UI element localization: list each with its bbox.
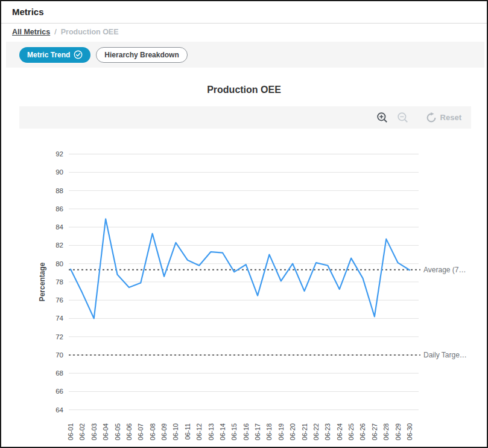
x-tick-label: 06-23 bbox=[324, 423, 331, 440]
trend-line-series bbox=[71, 219, 410, 319]
y-tick-label: 76 bbox=[55, 296, 63, 304]
breadcrumb: All Metrics / Production OEE bbox=[12, 27, 119, 37]
tab-metric-trend[interactable]: Metric Trend bbox=[19, 47, 90, 63]
y-tick-label: 92 bbox=[55, 150, 63, 158]
y-tick-label: 64 bbox=[55, 406, 63, 414]
x-tick-label: 06-19 bbox=[277, 423, 285, 440]
x-tick-label: 06-17 bbox=[254, 423, 261, 440]
x-tick-label: 06-21 bbox=[301, 423, 308, 440]
x-tick-label: 06-16 bbox=[242, 423, 250, 440]
reset-icon bbox=[425, 112, 437, 124]
chart-toolbar: Reset bbox=[19, 106, 471, 129]
x-tick-label: 06-18 bbox=[265, 423, 273, 440]
x-tick-label: 06-14 bbox=[219, 423, 226, 440]
x-tick-label: 06-02 bbox=[78, 423, 86, 440]
reset-button[interactable]: Reset bbox=[425, 112, 461, 124]
x-tick-label: 06-13 bbox=[208, 423, 215, 440]
x-tick-label: 06-22 bbox=[312, 423, 320, 440]
chart-title: Production OEE bbox=[1, 85, 487, 95]
view-toggle-bar: Metric Trend Hierarchy Breakdown bbox=[6, 42, 484, 68]
y-tick-label: 74 bbox=[55, 315, 63, 322]
x-tick-label: 06-11 bbox=[184, 423, 191, 440]
x-tick-label: 06-08 bbox=[149, 423, 156, 440]
breadcrumb-current: Production OEE bbox=[61, 28, 119, 36]
reference-line-label: Average (7… bbox=[423, 266, 466, 274]
x-tick-label: 06-27 bbox=[371, 423, 378, 440]
y-tick-label: 68 bbox=[55, 370, 63, 377]
y-tick-label: 72 bbox=[55, 333, 63, 341]
tab-hierarchy-breakdown[interactable]: Hierarchy Breakdown bbox=[96, 47, 187, 63]
y-tick-label: 66 bbox=[55, 388, 63, 395]
x-tick-label: 06-05 bbox=[114, 423, 121, 440]
x-tick-label: 06-07 bbox=[137, 423, 144, 440]
x-tick-label: 06-15 bbox=[230, 423, 238, 440]
x-tick-label: 06-04 bbox=[102, 423, 109, 440]
trend-chart-svg[interactable]: 646668707274767880828486889092Percentage… bbox=[1, 137, 488, 448]
zoom-in-icon[interactable] bbox=[376, 111, 388, 124]
y-axis-title: Percentage bbox=[38, 262, 46, 301]
x-tick-label: 06-30 bbox=[406, 423, 413, 440]
x-tick-label: 06-03 bbox=[90, 423, 98, 440]
y-tick-label: 84 bbox=[55, 223, 63, 231]
x-tick-label: 06-12 bbox=[195, 423, 203, 440]
x-tick-label: 06-25 bbox=[347, 423, 355, 440]
x-tick-label: 06-09 bbox=[160, 423, 168, 440]
metrics-page: Metrics All Metrics / Production OEE Met… bbox=[0, 0, 488, 448]
x-tick-label: 06-28 bbox=[382, 423, 390, 440]
zoom-out-icon[interactable] bbox=[396, 111, 409, 124]
y-tick-label: 82 bbox=[55, 242, 63, 249]
x-tick-label: 06-01 bbox=[67, 423, 74, 440]
x-tick-label: 06-29 bbox=[395, 423, 402, 440]
reset-label: Reset bbox=[440, 113, 461, 122]
x-tick-label: 06-06 bbox=[125, 423, 133, 440]
breadcrumb-separator: / bbox=[54, 28, 56, 36]
x-tick-label: 06-26 bbox=[359, 423, 366, 440]
page-title: Metrics bbox=[12, 7, 44, 17]
x-tick-label: 06-24 bbox=[336, 423, 343, 440]
breadcrumb-all-metrics-link[interactable]: All Metrics bbox=[12, 28, 50, 36]
reference-line-label: Daily Targe… bbox=[423, 351, 467, 359]
y-tick-label: 80 bbox=[55, 260, 63, 267]
trend-chart[interactable]: 646668707274767880828486889092Percentage… bbox=[1, 137, 488, 448]
y-tick-label: 78 bbox=[55, 278, 63, 286]
y-tick-label: 90 bbox=[55, 168, 63, 176]
header-divider bbox=[1, 23, 487, 24]
tab-hierarchy-breakdown-label: Hierarchy Breakdown bbox=[104, 51, 179, 59]
y-tick-label: 70 bbox=[55, 351, 63, 359]
y-tick-label: 88 bbox=[55, 187, 63, 194]
x-tick-label: 06-20 bbox=[289, 423, 296, 440]
x-tick-label: 06-10 bbox=[172, 423, 179, 440]
tab-metric-trend-label: Metric Trend bbox=[27, 51, 70, 59]
y-tick-label: 86 bbox=[55, 205, 63, 213]
check-circle-icon bbox=[74, 50, 83, 59]
